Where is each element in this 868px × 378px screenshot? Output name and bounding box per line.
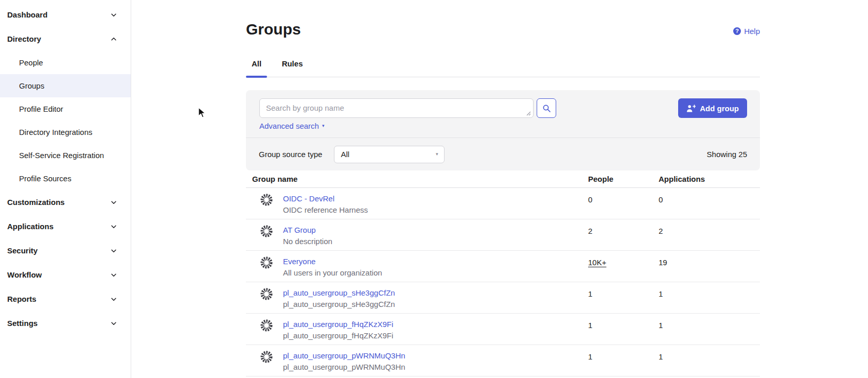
group-icon xyxy=(260,288,273,300)
sidebar-subitem-label: People xyxy=(19,58,43,67)
sidebar-section-label: Applications xyxy=(7,222,54,231)
chevron-down-icon xyxy=(110,320,117,327)
tab-all[interactable]: All xyxy=(246,58,267,77)
people-count: 1 xyxy=(588,352,592,361)
group-description: pl_auto_usergroup_sHe3ggCfZn xyxy=(283,299,395,310)
group-name-link[interactable]: pl_auto_usergroup_fHqZKzX9Fi xyxy=(283,319,393,330)
sidebar-item-profile-editor[interactable]: Profile Editor xyxy=(0,97,131,121)
search-input[interactable] xyxy=(259,98,534,118)
add-group-button[interactable]: Add group xyxy=(678,98,747,118)
applications-count: 1 xyxy=(659,321,663,330)
search-icon xyxy=(542,104,551,113)
column-group-name: Group name xyxy=(246,175,588,183)
dropdown-selected-value: All xyxy=(341,150,349,159)
sidebar-item-profile-sources[interactable]: Profile Sources xyxy=(0,167,131,190)
sidebar-section-label: Workflow xyxy=(7,270,42,279)
tab-rules[interactable]: Rules xyxy=(276,58,309,77)
search-section: Advanced search ▾ Add group xyxy=(246,90,760,138)
people-count-cell: 1 xyxy=(588,282,659,300)
sidebar-section-label: Dashboard xyxy=(7,10,47,19)
group-name-cell: Everyone All users in your organization xyxy=(246,251,588,279)
group-icon xyxy=(260,194,273,206)
sidebar-section-label: Customizations xyxy=(7,198,65,207)
sidebar-item-directory-integrations[interactable]: Directory Integrations xyxy=(0,121,131,144)
sidebar-item-customizations[interactable]: Customizations xyxy=(0,190,131,214)
applications-count-cell: 2 xyxy=(659,219,760,237)
people-count: 1 xyxy=(588,321,592,330)
sidebar-item-directory[interactable]: Directory xyxy=(0,27,131,51)
help-label: Help xyxy=(744,27,760,36)
group-name-link[interactable]: AT Group xyxy=(283,225,332,236)
sidebar-item-people[interactable]: People xyxy=(0,51,131,74)
group-name-cell: OIDC - DevRel OIDC reference Harness xyxy=(246,188,588,216)
group-name-cell: pl_auto_usergroup_pWRNMuQ3Hn pl_auto_use… xyxy=(246,345,588,373)
chevron-down-icon xyxy=(110,223,117,230)
sidebar-item-reports[interactable]: Reports xyxy=(0,287,131,311)
sidebar-nav: Dashboard Directory People Groups Profil… xyxy=(0,3,131,335)
sidebar-section-label: Reports xyxy=(7,295,37,303)
sidebar-item-security[interactable]: Security xyxy=(0,238,131,263)
group-description: All users in your organization xyxy=(283,267,382,279)
chevron-up-icon xyxy=(110,36,117,43)
column-people: People xyxy=(588,175,659,183)
applications-count-cell: 1 xyxy=(659,282,760,300)
sidebar-item-self-service-registration[interactable]: Self-Service Registration xyxy=(0,144,131,167)
group-icon xyxy=(260,256,273,269)
help-link[interactable]: ? Help xyxy=(733,27,760,36)
people-count: 2 xyxy=(588,227,592,235)
table-header: Group name People Applications xyxy=(246,170,760,188)
group-name-link[interactable]: pl_auto_usergroup_pWRNMuQ3Hn xyxy=(283,350,405,362)
add-person-icon xyxy=(686,104,696,113)
column-applications: Applications xyxy=(659,175,760,183)
group-name-link[interactable]: Everyone xyxy=(283,256,382,267)
group-source-type-label: Group source type xyxy=(259,150,322,159)
applications-count-cell: 19 xyxy=(659,251,760,268)
people-count-cell: 1 xyxy=(588,345,659,363)
applications-count: 19 xyxy=(659,258,667,267)
chevron-down-icon xyxy=(110,11,117,19)
people-count-cell: 1 xyxy=(588,314,659,331)
mouse-cursor xyxy=(198,107,206,118)
group-icon xyxy=(260,351,273,363)
chevron-down-icon xyxy=(110,199,117,206)
advanced-search-link[interactable]: Advanced search ▾ xyxy=(259,122,324,130)
page-title: Groups xyxy=(246,21,301,38)
applications-count-cell: 1 xyxy=(659,314,760,331)
group-description: pl_auto_usergroup_fHqZKzX9Fi xyxy=(283,330,393,341)
sidebar-subitem-label: Profile Sources xyxy=(19,174,72,183)
group-source-type-dropdown[interactable]: All ▾ xyxy=(334,146,445,163)
people-count-cell: 10K+ xyxy=(588,251,659,268)
group-description: pl_auto_usergroup_pWRNMuQ3Hn xyxy=(283,362,405,373)
people-count: 1 xyxy=(588,289,592,298)
applications-count: 1 xyxy=(659,352,663,361)
table-row: OIDC - DevRel OIDC reference Harness 0 0 xyxy=(246,188,760,219)
table-body: OIDC - DevRel OIDC reference Harness 0 0… xyxy=(246,188,760,376)
applications-count-cell: 0 xyxy=(659,188,760,205)
sidebar-item-groups[interactable]: Groups xyxy=(0,74,131,97)
group-icon xyxy=(260,319,273,332)
sidebar-item-applications[interactable]: Applications xyxy=(0,214,131,238)
group-name-link[interactable]: pl_auto_usergroup_sHe3ggCfZn xyxy=(283,287,395,299)
group-description: OIDC reference Harness xyxy=(283,204,368,216)
applications-count: 2 xyxy=(659,227,663,235)
tab-bar: All Rules xyxy=(246,58,760,77)
sidebar-subitem-label: Self-Service Registration xyxy=(19,151,104,160)
sidebar-item-dashboard[interactable]: Dashboard xyxy=(0,3,131,27)
applications-count: 0 xyxy=(659,195,663,204)
applications-count: 1 xyxy=(659,289,663,298)
sidebar-section-label: Security xyxy=(7,246,38,255)
help-icon: ? xyxy=(733,27,741,35)
sidebar-subitem-label: Profile Editor xyxy=(19,105,63,113)
group-name-cell: pl_auto_usergroup_fHqZKzX9Fi pl_auto_use… xyxy=(246,314,588,341)
group-description: No description xyxy=(283,236,332,247)
table-row: pl_auto_usergroup_pWRNMuQ3Hn pl_auto_use… xyxy=(246,345,760,376)
sidebar-item-settings[interactable]: Settings xyxy=(0,311,131,335)
groups-table: Group name People Applications OIDC - De… xyxy=(246,170,760,376)
search-button[interactable] xyxy=(537,98,556,118)
sidebar-item-workflow[interactable]: Workflow xyxy=(0,263,131,287)
chevron-down-icon xyxy=(110,296,117,303)
table-row: pl_auto_usergroup_sHe3ggCfZn pl_auto_use… xyxy=(246,282,760,314)
people-count[interactable]: 10K+ xyxy=(588,258,606,267)
group-name-link[interactable]: OIDC - DevRel xyxy=(283,193,368,204)
sidebar-subitem-label: Groups xyxy=(19,81,44,90)
